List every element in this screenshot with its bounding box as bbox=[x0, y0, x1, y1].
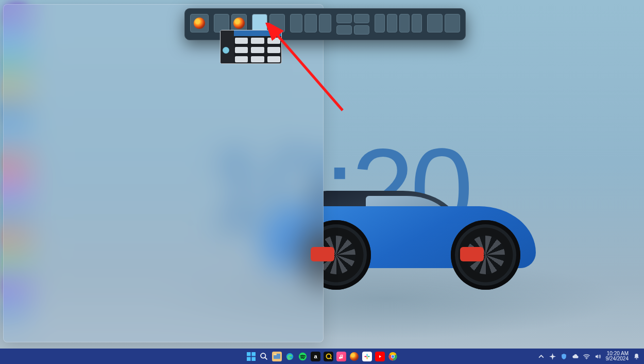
taskbar-apps: a bbox=[246, 352, 398, 361]
svg-rect-3 bbox=[247, 357, 251, 361]
taskbar-spotify[interactable] bbox=[298, 352, 308, 361]
taskbar-slack[interactable] bbox=[362, 352, 372, 361]
firefox-icon bbox=[233, 18, 245, 29]
snap-candidate-window[interactable] bbox=[220, 30, 282, 64]
taskbar-youtube[interactable] bbox=[375, 352, 385, 361]
svg-point-5 bbox=[261, 353, 265, 358]
taskbar-date: 9/24/2024 bbox=[606, 356, 629, 362]
firefox-icon bbox=[350, 352, 359, 361]
svg-rect-8 bbox=[274, 354, 277, 355]
taskbar: a 10:20 AM 9/24/2024 bbox=[0, 349, 644, 364]
snap-cell[interactable] bbox=[290, 14, 302, 32]
taskbar-system-tray: 10:20 AM 9/24/2024 bbox=[538, 351, 640, 362]
snap-cell[interactable] bbox=[387, 14, 397, 32]
taskbar-music[interactable] bbox=[336, 352, 346, 361]
wifi-icon[interactable] bbox=[583, 353, 590, 360]
snap-cell[interactable] bbox=[336, 25, 352, 35]
svg-rect-16 bbox=[367, 356, 370, 357]
explorer-titlebar bbox=[234, 30, 281, 36]
snap-cell[interactable] bbox=[354, 14, 369, 23]
snap-cell[interactable] bbox=[412, 14, 422, 32]
snap-cell[interactable] bbox=[427, 14, 443, 32]
snap-layout-full[interactable] bbox=[189, 13, 210, 36]
start-button[interactable] bbox=[246, 352, 256, 361]
snap-cell[interactable] bbox=[375, 14, 385, 32]
snap-cell[interactable] bbox=[304, 14, 317, 32]
notifications-icon[interactable] bbox=[633, 353, 640, 360]
firefox-icon bbox=[194, 18, 205, 29]
svg-rect-22 bbox=[636, 358, 637, 359]
cloud-icon[interactable] bbox=[572, 353, 579, 360]
svg-line-6 bbox=[265, 357, 267, 359]
snap-cell[interactable] bbox=[445, 14, 460, 32]
svg-point-20 bbox=[392, 355, 394, 357]
taskbar-datetime[interactable]: 10:20 AM 9/24/2024 bbox=[606, 351, 629, 362]
shield-icon[interactable] bbox=[561, 353, 567, 360]
snap-cell[interactable] bbox=[354, 25, 369, 35]
taskbar-app-a[interactable]: a bbox=[311, 352, 320, 361]
taskbar-edge[interactable] bbox=[285, 352, 295, 361]
explorer-files bbox=[235, 38, 280, 62]
svg-rect-2 bbox=[252, 352, 256, 356]
sparkle-icon[interactable] bbox=[549, 353, 556, 360]
snap-layout-half-c[interactable] bbox=[426, 13, 461, 36]
svg-rect-14 bbox=[364, 356, 367, 357]
snap-layout-thirds[interactable] bbox=[289, 13, 332, 36]
snap-layout-quad[interactable] bbox=[335, 13, 370, 36]
snap-cell[interactable] bbox=[190, 14, 209, 32]
svg-rect-13 bbox=[367, 354, 368, 356]
chevron-up-icon[interactable] bbox=[538, 353, 545, 360]
taskbar-search[interactable] bbox=[259, 352, 269, 361]
taskbar-firefox[interactable] bbox=[349, 352, 359, 361]
svg-rect-4 bbox=[252, 357, 256, 361]
taskbar-chrome[interactable] bbox=[388, 352, 398, 361]
user-avatar-icon bbox=[223, 47, 229, 54]
volume-icon[interactable] bbox=[595, 353, 601, 360]
snap-cell[interactable] bbox=[336, 14, 352, 23]
svg-point-21 bbox=[586, 358, 587, 359]
snap-cell[interactable] bbox=[319, 14, 331, 32]
taskbar-file-explorer[interactable] bbox=[272, 352, 282, 361]
svg-rect-1 bbox=[247, 352, 251, 356]
snap-layout-quarters[interactable] bbox=[374, 13, 423, 36]
svg-rect-15 bbox=[367, 357, 368, 359]
taskbar-app-q[interactable] bbox=[324, 352, 333, 361]
snap-cell[interactable] bbox=[399, 14, 410, 32]
svg-line-12 bbox=[330, 358, 332, 359]
